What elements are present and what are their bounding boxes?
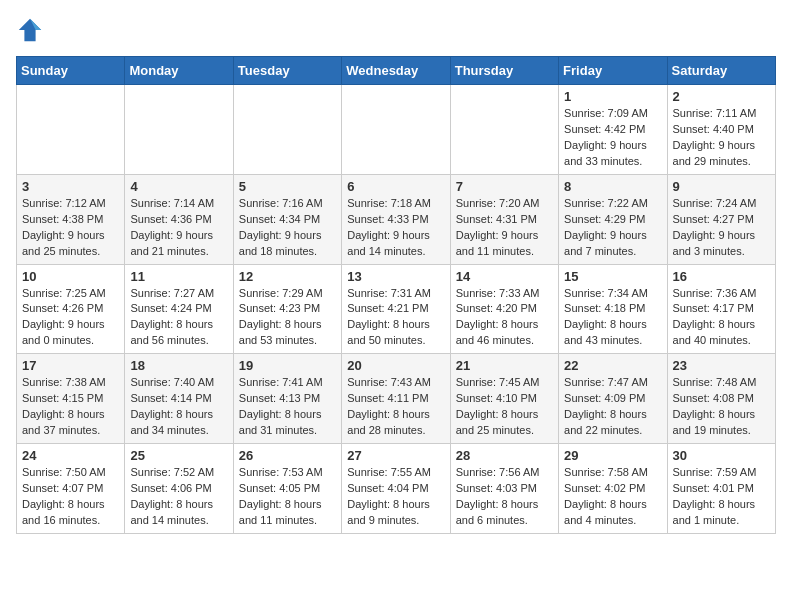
- header-sunday: Sunday: [17, 57, 125, 85]
- day-detail: Sunrise: 7:25 AM Sunset: 4:26 PM Dayligh…: [22, 286, 119, 350]
- day-detail: Sunrise: 7:40 AM Sunset: 4:14 PM Dayligh…: [130, 375, 227, 439]
- day-detail: Sunrise: 7:48 AM Sunset: 4:08 PM Dayligh…: [673, 375, 770, 439]
- calendar-cell: 14Sunrise: 7:33 AM Sunset: 4:20 PM Dayli…: [450, 264, 558, 354]
- day-detail: Sunrise: 7:53 AM Sunset: 4:05 PM Dayligh…: [239, 465, 336, 529]
- day-number: 14: [456, 269, 553, 284]
- day-number: 24: [22, 448, 119, 463]
- header-wednesday: Wednesday: [342, 57, 450, 85]
- calendar-cell: 16Sunrise: 7:36 AM Sunset: 4:17 PM Dayli…: [667, 264, 775, 354]
- calendar-cell: 12Sunrise: 7:29 AM Sunset: 4:23 PM Dayli…: [233, 264, 341, 354]
- day-detail: Sunrise: 7:27 AM Sunset: 4:24 PM Dayligh…: [130, 286, 227, 350]
- day-number: 21: [456, 358, 553, 373]
- day-detail: Sunrise: 7:59 AM Sunset: 4:01 PM Dayligh…: [673, 465, 770, 529]
- header-thursday: Thursday: [450, 57, 558, 85]
- logo: [16, 16, 48, 44]
- calendar-cell: [125, 85, 233, 175]
- calendar-cell: 18Sunrise: 7:40 AM Sunset: 4:14 PM Dayli…: [125, 354, 233, 444]
- calendar-week-row: 17Sunrise: 7:38 AM Sunset: 4:15 PM Dayli…: [17, 354, 776, 444]
- calendar-cell: 7Sunrise: 7:20 AM Sunset: 4:31 PM Daylig…: [450, 174, 558, 264]
- day-detail: Sunrise: 7:09 AM Sunset: 4:42 PM Dayligh…: [564, 106, 661, 170]
- day-number: 19: [239, 358, 336, 373]
- day-detail: Sunrise: 7:29 AM Sunset: 4:23 PM Dayligh…: [239, 286, 336, 350]
- day-number: 1: [564, 89, 661, 104]
- calendar-cell: 21Sunrise: 7:45 AM Sunset: 4:10 PM Dayli…: [450, 354, 558, 444]
- calendar-cell: 17Sunrise: 7:38 AM Sunset: 4:15 PM Dayli…: [17, 354, 125, 444]
- header-friday: Friday: [559, 57, 667, 85]
- day-detail: Sunrise: 7:33 AM Sunset: 4:20 PM Dayligh…: [456, 286, 553, 350]
- header-monday: Monday: [125, 57, 233, 85]
- calendar-cell: 5Sunrise: 7:16 AM Sunset: 4:34 PM Daylig…: [233, 174, 341, 264]
- header-tuesday: Tuesday: [233, 57, 341, 85]
- day-detail: Sunrise: 7:36 AM Sunset: 4:17 PM Dayligh…: [673, 286, 770, 350]
- day-detail: Sunrise: 7:56 AM Sunset: 4:03 PM Dayligh…: [456, 465, 553, 529]
- calendar-cell: 20Sunrise: 7:43 AM Sunset: 4:11 PM Dayli…: [342, 354, 450, 444]
- day-number: 10: [22, 269, 119, 284]
- day-number: 20: [347, 358, 444, 373]
- day-number: 6: [347, 179, 444, 194]
- day-number: 2: [673, 89, 770, 104]
- day-number: 5: [239, 179, 336, 194]
- calendar-cell: 24Sunrise: 7:50 AM Sunset: 4:07 PM Dayli…: [17, 444, 125, 534]
- day-number: 28: [456, 448, 553, 463]
- day-detail: Sunrise: 7:20 AM Sunset: 4:31 PM Dayligh…: [456, 196, 553, 260]
- calendar-cell: 30Sunrise: 7:59 AM Sunset: 4:01 PM Dayli…: [667, 444, 775, 534]
- calendar-cell: 10Sunrise: 7:25 AM Sunset: 4:26 PM Dayli…: [17, 264, 125, 354]
- day-detail: Sunrise: 7:11 AM Sunset: 4:40 PM Dayligh…: [673, 106, 770, 170]
- day-number: 4: [130, 179, 227, 194]
- calendar-week-row: 1Sunrise: 7:09 AM Sunset: 4:42 PM Daylig…: [17, 85, 776, 175]
- day-number: 26: [239, 448, 336, 463]
- calendar-week-row: 10Sunrise: 7:25 AM Sunset: 4:26 PM Dayli…: [17, 264, 776, 354]
- calendar-week-row: 24Sunrise: 7:50 AM Sunset: 4:07 PM Dayli…: [17, 444, 776, 534]
- calendar-cell: 1Sunrise: 7:09 AM Sunset: 4:42 PM Daylig…: [559, 85, 667, 175]
- day-number: 3: [22, 179, 119, 194]
- day-number: 13: [347, 269, 444, 284]
- day-detail: Sunrise: 7:14 AM Sunset: 4:36 PM Dayligh…: [130, 196, 227, 260]
- day-detail: Sunrise: 7:47 AM Sunset: 4:09 PM Dayligh…: [564, 375, 661, 439]
- calendar-cell: 6Sunrise: 7:18 AM Sunset: 4:33 PM Daylig…: [342, 174, 450, 264]
- calendar-cell: 13Sunrise: 7:31 AM Sunset: 4:21 PM Dayli…: [342, 264, 450, 354]
- day-detail: Sunrise: 7:12 AM Sunset: 4:38 PM Dayligh…: [22, 196, 119, 260]
- page-header: [16, 16, 776, 44]
- calendar-cell: 26Sunrise: 7:53 AM Sunset: 4:05 PM Dayli…: [233, 444, 341, 534]
- day-detail: Sunrise: 7:34 AM Sunset: 4:18 PM Dayligh…: [564, 286, 661, 350]
- calendar-cell: 25Sunrise: 7:52 AM Sunset: 4:06 PM Dayli…: [125, 444, 233, 534]
- calendar-cell: [17, 85, 125, 175]
- day-number: 25: [130, 448, 227, 463]
- calendar-cell: 23Sunrise: 7:48 AM Sunset: 4:08 PM Dayli…: [667, 354, 775, 444]
- calendar-cell: 19Sunrise: 7:41 AM Sunset: 4:13 PM Dayli…: [233, 354, 341, 444]
- day-detail: Sunrise: 7:18 AM Sunset: 4:33 PM Dayligh…: [347, 196, 444, 260]
- calendar-cell: 3Sunrise: 7:12 AM Sunset: 4:38 PM Daylig…: [17, 174, 125, 264]
- day-number: 18: [130, 358, 227, 373]
- day-detail: Sunrise: 7:58 AM Sunset: 4:02 PM Dayligh…: [564, 465, 661, 529]
- calendar-cell: [233, 85, 341, 175]
- day-number: 22: [564, 358, 661, 373]
- calendar-cell: 28Sunrise: 7:56 AM Sunset: 4:03 PM Dayli…: [450, 444, 558, 534]
- calendar-cell: 27Sunrise: 7:55 AM Sunset: 4:04 PM Dayli…: [342, 444, 450, 534]
- day-number: 12: [239, 269, 336, 284]
- calendar-header-row: SundayMondayTuesdayWednesdayThursdayFrid…: [17, 57, 776, 85]
- calendar-table: SundayMondayTuesdayWednesdayThursdayFrid…: [16, 56, 776, 534]
- calendar-cell: 8Sunrise: 7:22 AM Sunset: 4:29 PM Daylig…: [559, 174, 667, 264]
- calendar-cell: [450, 85, 558, 175]
- day-number: 17: [22, 358, 119, 373]
- day-detail: Sunrise: 7:38 AM Sunset: 4:15 PM Dayligh…: [22, 375, 119, 439]
- day-detail: Sunrise: 7:45 AM Sunset: 4:10 PM Dayligh…: [456, 375, 553, 439]
- calendar-cell: 2Sunrise: 7:11 AM Sunset: 4:40 PM Daylig…: [667, 85, 775, 175]
- calendar-cell: 22Sunrise: 7:47 AM Sunset: 4:09 PM Dayli…: [559, 354, 667, 444]
- day-number: 27: [347, 448, 444, 463]
- calendar-cell: 29Sunrise: 7:58 AM Sunset: 4:02 PM Dayli…: [559, 444, 667, 534]
- day-number: 7: [456, 179, 553, 194]
- logo-icon: [16, 16, 44, 44]
- day-detail: Sunrise: 7:31 AM Sunset: 4:21 PM Dayligh…: [347, 286, 444, 350]
- day-number: 30: [673, 448, 770, 463]
- day-detail: Sunrise: 7:55 AM Sunset: 4:04 PM Dayligh…: [347, 465, 444, 529]
- day-number: 11: [130, 269, 227, 284]
- header-saturday: Saturday: [667, 57, 775, 85]
- day-number: 15: [564, 269, 661, 284]
- calendar-cell: 11Sunrise: 7:27 AM Sunset: 4:24 PM Dayli…: [125, 264, 233, 354]
- day-number: 16: [673, 269, 770, 284]
- calendar-cell: 15Sunrise: 7:34 AM Sunset: 4:18 PM Dayli…: [559, 264, 667, 354]
- day-detail: Sunrise: 7:24 AM Sunset: 4:27 PM Dayligh…: [673, 196, 770, 260]
- day-number: 8: [564, 179, 661, 194]
- day-detail: Sunrise: 7:22 AM Sunset: 4:29 PM Dayligh…: [564, 196, 661, 260]
